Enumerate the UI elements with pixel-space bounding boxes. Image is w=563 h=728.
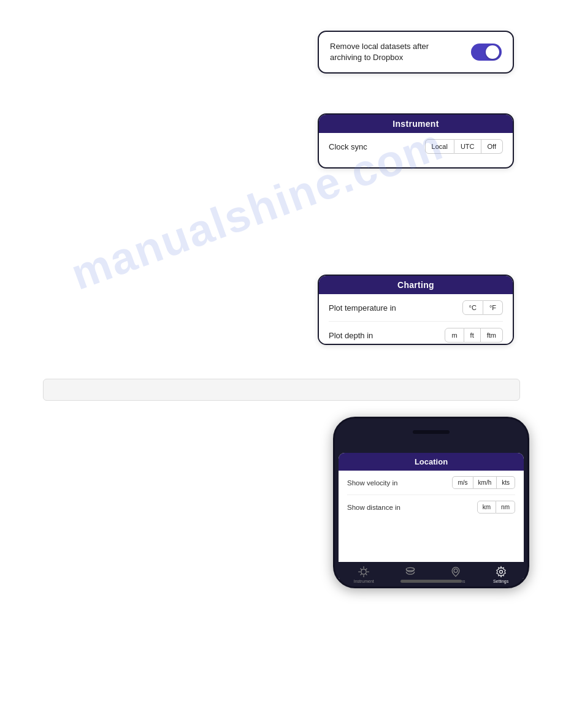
svg-point-3 [499,570,502,573]
tab-bar: Instrument Datasets Locations [335,562,527,586]
velocity-row: Show velocity in m/s km/h kts [339,471,524,495]
notch-pill [413,430,450,434]
location-header: Location [339,453,524,471]
remove-datasets-toggle[interactable] [471,44,502,61]
temp-label: Plot temperature in [329,303,396,313]
velocity-kts[interactable]: kts [497,476,515,489]
velocity-ms[interactable]: m/s [452,476,473,489]
clock-sync-label: Clock sync [329,142,367,151]
toggle-knob [486,45,499,59]
temp-options: °C °F [462,300,503,315]
svg-point-2 [454,569,458,572]
page-container: manualshine.com Remove local datasets af… [0,0,563,728]
svg-point-1 [406,567,414,571]
depth-row: Plot depth in m ft ftm [319,322,513,345]
separator-bar [43,379,520,401]
home-indicator [400,580,462,583]
distance-options: km nm [477,501,515,514]
depth-ftm[interactable]: ftm [481,328,503,343]
home-indicator-container [335,577,527,583]
temp-celsius[interactable]: °C [462,300,483,315]
charting-header: Charting [319,276,513,294]
phone-content: Location Show velocity in m/s km/h kts S… [339,453,524,579]
distance-km[interactable]: km [477,501,496,514]
depth-options: m ft ftm [445,328,503,343]
snippet-charting: Charting Plot temperature in °C °F Plot … [318,275,514,345]
velocity-kmh[interactable]: km/h [473,476,497,489]
instrument-header: Instrument [319,115,513,133]
phone-notch [335,419,527,436]
depth-ft[interactable]: ft [464,328,481,343]
clock-sync-row: Clock sync Local UTC Off [319,133,513,160]
distance-label: Show distance in [347,504,400,511]
clock-sync-utc[interactable]: UTC [454,139,481,154]
velocity-options: m/s km/h kts [452,476,515,489]
distance-nm[interactable]: nm [496,501,515,514]
snippet-instrument: Instrument Clock sync Local UTC Off [318,113,514,169]
depth-label: Plot depth in [329,331,373,340]
clock-sync-options: Local UTC Off [425,139,503,154]
depth-m[interactable]: m [445,328,464,343]
distance-row: Show distance in km nm [339,495,524,519]
velocity-label: Show velocity in [347,479,397,487]
clock-sync-local[interactable]: Local [425,139,454,154]
remove-datasets-label: Remove local datasets after archiving to… [330,41,453,63]
temp-row: Plot temperature in °C °F [319,294,513,321]
temp-fahrenheit[interactable]: °F [483,300,503,315]
snippet-remove-datasets: Remove local datasets after archiving to… [318,31,514,74]
clock-sync-off[interactable]: Off [481,139,503,154]
phone-mockup-location: Location Show velocity in m/s km/h kts S… [333,417,529,588]
